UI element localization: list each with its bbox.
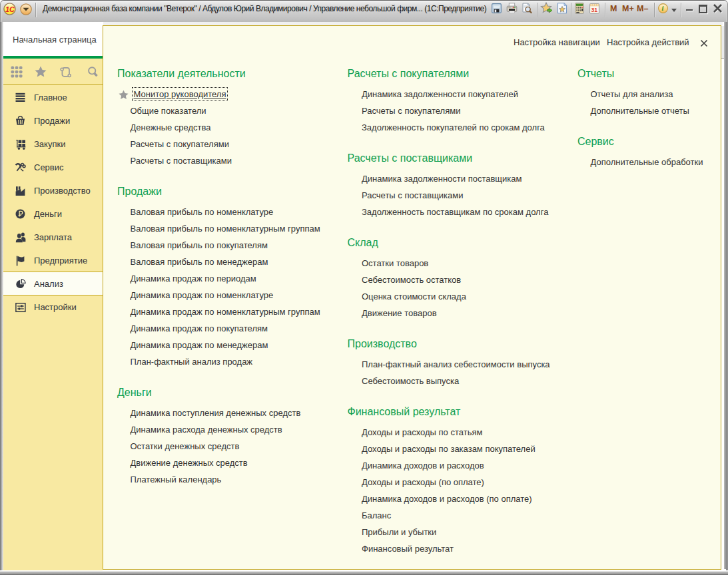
svg-text:i: i — [661, 5, 663, 12]
svg-text:1С: 1С — [5, 5, 15, 13]
svg-text:31: 31 — [591, 7, 597, 13]
